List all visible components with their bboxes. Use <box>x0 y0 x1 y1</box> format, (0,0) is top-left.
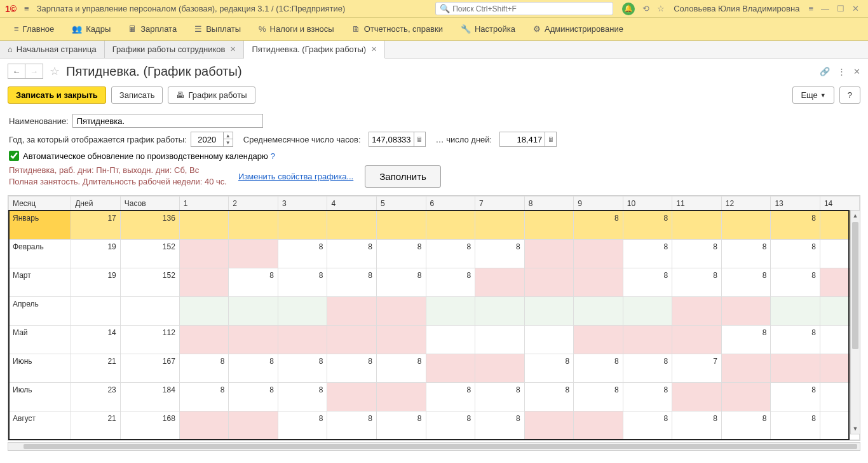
day-cell[interactable] <box>524 268 574 297</box>
link-icon[interactable]: 🔗 <box>820 67 830 76</box>
horizontal-scrollbar[interactable] <box>8 442 860 451</box>
day-cell[interactable]: 8 <box>721 240 771 268</box>
day-cell[interactable]: 8 <box>278 354 327 383</box>
table-row[interactable]: Июнь21167888888887 <box>9 354 860 383</box>
maximize-icon[interactable]: ☐ <box>837 4 844 13</box>
save-button[interactable]: Записать <box>111 86 163 104</box>
day-cell[interactable]: 8 <box>278 240 327 268</box>
table-row[interactable]: Апрель <box>9 297 860 326</box>
column-header[interactable]: 2 <box>229 197 278 211</box>
day-cell[interactable]: 8 <box>475 411 525 440</box>
day-cell[interactable]: 8 <box>278 268 327 297</box>
more-button[interactable]: Еще▼ <box>792 86 834 104</box>
table-row[interactable]: Январь17136888 <box>9 211 860 240</box>
day-cell[interactable]: 8 <box>623 383 672 411</box>
day-cell[interactable]: 8 <box>327 354 377 383</box>
table-row[interactable]: Июль23184888888888 <box>9 383 860 411</box>
column-header[interactable]: 4 <box>327 197 377 211</box>
day-cell[interactable]: 8 <box>426 268 475 297</box>
day-cell[interactable] <box>327 297 377 326</box>
column-header[interactable]: 10 <box>623 197 672 211</box>
day-cell[interactable] <box>574 411 623 440</box>
day-cell[interactable]: 8 <box>229 383 278 411</box>
day-cell[interactable] <box>229 211 278 240</box>
day-cell[interactable]: 8 <box>426 240 475 268</box>
close-page-icon[interactable]: ✕ <box>853 67 860 76</box>
day-cell[interactable]: 7 <box>672 354 722 383</box>
day-cell[interactable]: 8 <box>475 240 525 268</box>
auto-update-checkbox[interactable] <box>9 151 19 161</box>
day-cell[interactable]: 8 <box>672 411 722 440</box>
day-cell[interactable] <box>377 383 426 411</box>
day-cell[interactable]: 8 <box>229 354 278 383</box>
table-row[interactable]: Февраль19152888888888 <box>9 240 860 268</box>
column-header[interactable]: Месяц <box>9 197 71 211</box>
day-cell[interactable] <box>179 240 229 268</box>
search-input[interactable] <box>452 4 609 13</box>
day-cell[interactable]: 8 <box>721 268 771 297</box>
tab[interactable]: ⌂Начальная страница <box>0 41 105 58</box>
day-cell[interactable] <box>229 240 278 268</box>
close-tab-icon[interactable]: ✕ <box>371 45 377 53</box>
notifications-icon[interactable]: 🔔 <box>622 3 635 15</box>
menu-nastroika[interactable]: 🔧Настройка <box>452 18 524 41</box>
day-cell[interactable] <box>179 326 229 354</box>
schedule-button[interactable]: 🖶График работы <box>168 86 255 104</box>
column-header[interactable]: Дней <box>71 197 121 211</box>
column-header[interactable]: 3 <box>278 197 327 211</box>
hamburger-icon[interactable]: ≡ <box>24 4 29 13</box>
scroll-thumb[interactable] <box>852 222 858 349</box>
change-properties-link[interactable]: Изменить свойства графика... <box>238 172 353 181</box>
day-cell[interactable]: 8 <box>623 411 672 440</box>
day-cell[interactable]: 8 <box>623 211 672 240</box>
table-row[interactable]: Май1411288 <box>9 326 860 354</box>
calculator-icon[interactable]: 🖩 <box>545 132 556 146</box>
column-header[interactable]: 12 <box>721 197 771 211</box>
day-cell[interactable] <box>179 268 229 297</box>
column-header[interactable]: 6 <box>426 197 475 211</box>
day-cell[interactable] <box>623 297 672 326</box>
day-cell[interactable] <box>771 297 820 326</box>
day-cell[interactable] <box>179 211 229 240</box>
year-input[interactable] <box>191 135 223 144</box>
day-cell[interactable]: 8 <box>278 383 327 411</box>
save-close-button[interactable]: Записать и закрыть <box>8 86 106 104</box>
day-cell[interactable] <box>377 326 426 354</box>
column-header[interactable]: 13 <box>771 197 820 211</box>
day-cell[interactable] <box>574 297 623 326</box>
day-cell[interactable]: 8 <box>623 240 672 268</box>
day-cell[interactable] <box>179 297 229 326</box>
day-cell[interactable]: 8 <box>771 411 820 440</box>
day-cell[interactable] <box>426 211 475 240</box>
day-cell[interactable]: 8 <box>426 383 475 411</box>
menu-zarplata[interactable]: 🖩Зарплата <box>119 18 186 41</box>
kebab-icon[interactable]: ⋮ <box>837 67 846 76</box>
menu-admin[interactable]: ⚙Администрирование <box>524 18 632 41</box>
day-cell[interactable]: 8 <box>574 211 623 240</box>
history-icon[interactable]: ⟲ <box>642 4 649 13</box>
day-cell[interactable] <box>623 326 672 354</box>
day-cell[interactable] <box>672 383 722 411</box>
day-cell[interactable] <box>278 297 327 326</box>
column-header[interactable]: 1 <box>179 197 229 211</box>
day-cell[interactable] <box>574 268 623 297</box>
schedule-table[interactable]: МесяцДнейЧасов1234567891011121314 Январь… <box>8 196 860 440</box>
scroll-up-icon[interactable]: ▲ <box>851 211 860 221</box>
day-cell[interactable] <box>327 383 377 411</box>
day-cell[interactable]: 8 <box>327 240 377 268</box>
day-cell[interactable] <box>229 297 278 326</box>
day-cell[interactable] <box>524 411 574 440</box>
table-row[interactable]: Март19152888888888 <box>9 268 860 297</box>
user-name[interactable]: Соловьева Юлия Владимировна <box>674 4 799 13</box>
day-cell[interactable]: 8 <box>672 268 722 297</box>
day-cell[interactable]: 8 <box>771 211 820 240</box>
day-cell[interactable]: 8 <box>278 411 327 440</box>
day-cell[interactable] <box>278 211 327 240</box>
day-cell[interactable] <box>475 354 525 383</box>
menu-kadry[interactable]: 👥Кадры <box>63 18 119 41</box>
hscroll-thumb[interactable] <box>24 444 857 449</box>
day-cell[interactable] <box>524 240 574 268</box>
menu-main[interactable]: ≡Главное <box>5 18 63 41</box>
scroll-down-icon[interactable]: ▼ <box>851 424 860 434</box>
day-cell[interactable] <box>278 326 327 354</box>
